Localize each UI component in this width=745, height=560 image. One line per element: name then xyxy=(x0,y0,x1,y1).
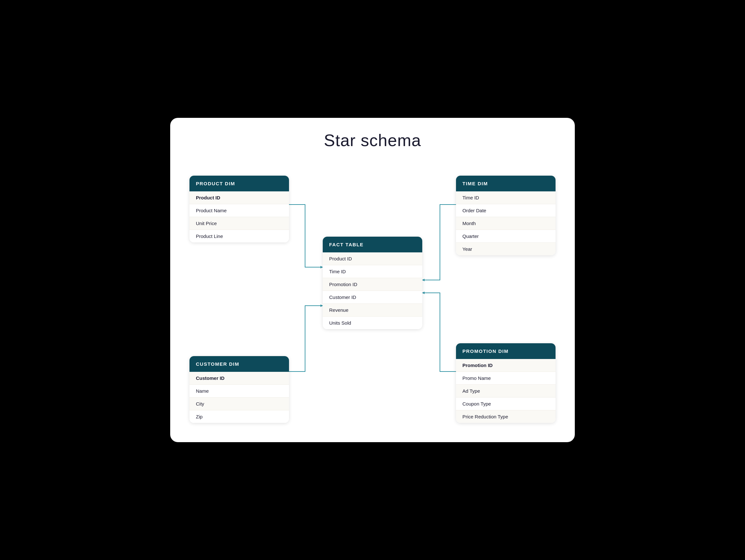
customer-dim-table: CUSTOMER DIM Customer ID Name City Zip xyxy=(190,356,289,423)
table-row: Product ID xyxy=(190,191,289,204)
table-row: Product ID xyxy=(323,252,422,265)
time-dim-header: TIME DIM xyxy=(456,176,555,191)
svg-marker-3 xyxy=(321,304,323,307)
customer-dim-body: Customer ID Name City Zip xyxy=(190,372,289,423)
time-dim-body: Time ID Order Date Month Quarter Year xyxy=(456,191,555,255)
table-row: Price Reduction Type xyxy=(456,410,555,423)
table-row: Unit Price xyxy=(190,217,289,230)
time-dim-table: TIME DIM Time ID Order Date Month Quarte… xyxy=(456,176,555,255)
svg-marker-0 xyxy=(321,266,323,268)
table-row: Promo Name xyxy=(456,372,555,385)
table-row: Units Sold xyxy=(323,317,422,329)
table-row: Time ID xyxy=(323,265,422,278)
table-row: Name xyxy=(190,385,289,398)
promotion-dim-table: PROMOTION DIM Promotion ID Promo Name Ad… xyxy=(456,343,555,423)
table-row: Promotion ID xyxy=(323,278,422,291)
table-row: Coupon Type xyxy=(456,398,555,410)
table-row: Zip xyxy=(190,410,289,423)
promotion-dim-body: Promotion ID Promo Name Ad Type Coupon T… xyxy=(456,359,555,423)
product-dim-header: PRODUCT DIM xyxy=(190,176,289,191)
table-row: Customer ID xyxy=(323,291,422,304)
table-row: Ad Type xyxy=(456,385,555,398)
table-row: City xyxy=(190,398,289,410)
svg-marker-1 xyxy=(422,279,424,281)
table-row: Product Line xyxy=(190,230,289,242)
table-row: Year xyxy=(456,243,555,255)
table-row: Revenue xyxy=(323,304,422,317)
product-dim-body: Product ID Product Name Unit Price Produ… xyxy=(190,191,289,242)
canvas: Star schema PRODUCT DIM xyxy=(170,118,575,442)
table-row: Product Name xyxy=(190,204,289,217)
fact-table-header: FACT TABLE xyxy=(323,237,422,252)
page-title: Star schema xyxy=(190,131,555,150)
promotion-dim-header: PROMOTION DIM xyxy=(456,343,555,359)
customer-dim-header: CUSTOMER DIM xyxy=(190,356,289,372)
product-dim-table: PRODUCT DIM Product ID Product Name Unit… xyxy=(190,176,289,242)
svg-marker-2 xyxy=(422,292,424,294)
fact-table-body: Product ID Time ID Promotion ID Customer… xyxy=(323,252,422,329)
table-row: Promotion ID xyxy=(456,359,555,372)
table-row: Customer ID xyxy=(190,372,289,385)
table-row: Month xyxy=(456,217,555,230)
diagram: PRODUCT DIM Product ID Product Name Unit… xyxy=(190,166,555,423)
table-row: Time ID xyxy=(456,191,555,204)
fact-table-card: FACT TABLE Product ID Time ID Promotion … xyxy=(323,237,422,329)
table-row: Quarter xyxy=(456,230,555,243)
table-row: Order Date xyxy=(456,204,555,217)
